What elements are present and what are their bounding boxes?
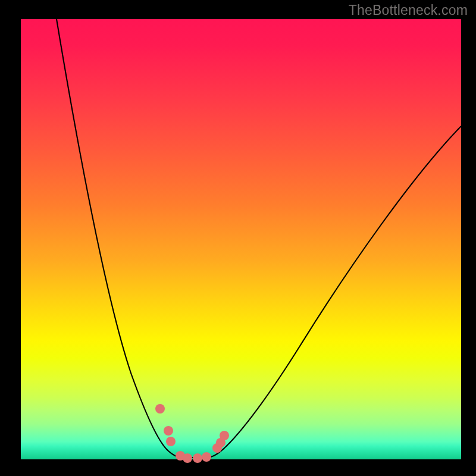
curve-right <box>208 126 461 458</box>
data-point <box>166 437 176 446</box>
data-point <box>164 426 173 436</box>
plot-area <box>21 19 461 459</box>
data-point <box>220 431 229 440</box>
data-point <box>183 453 192 463</box>
bottleneck-curve <box>21 19 461 459</box>
watermark-text: TheBottleneck.com <box>349 2 468 18</box>
chart-frame: TheBottleneck.com <box>0 0 476 476</box>
data-points <box>155 404 229 463</box>
data-point <box>193 453 202 463</box>
data-point <box>155 404 165 414</box>
curve-left <box>57 19 180 458</box>
data-point <box>202 452 211 462</box>
